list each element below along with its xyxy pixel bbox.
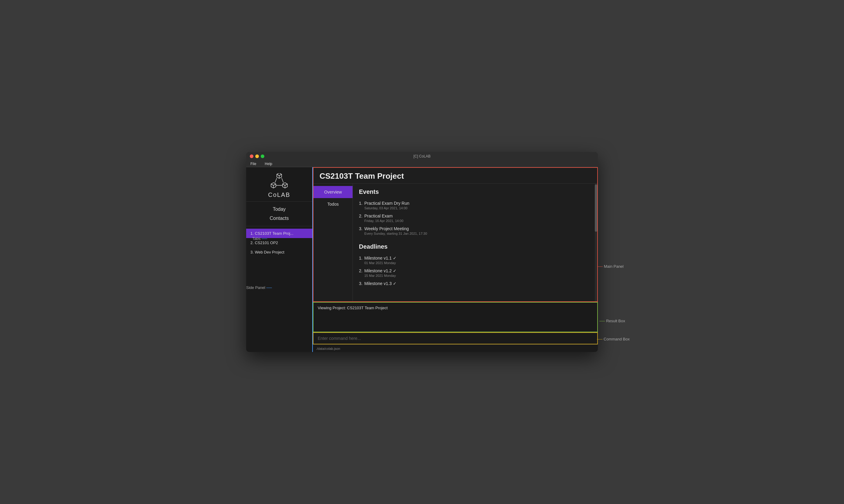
command-box[interactable] (313, 332, 598, 344)
svg-line-9 (282, 184, 285, 186)
minimize-button[interactable] (255, 155, 259, 158)
events-section: Events 1. Practical Exam Dry Run Saturda… (359, 188, 591, 237)
logo-text: CoLAB (268, 192, 290, 198)
footer-path: ./data/colab.json (316, 347, 340, 350)
window-title: [C] CoLAB (414, 154, 431, 158)
main-panel-annotation: ── Main Panel (597, 264, 624, 269)
svg-line-1 (277, 175, 279, 176)
colab-logo-icon (269, 173, 290, 192)
nav-contacts[interactable]: Contacts (246, 214, 312, 223)
deadline-date-1: 01 Mar 2021 Monday (364, 261, 397, 265)
main-content: CS2103T Team Project Overview Todos (313, 167, 598, 352)
project-label-3: Web Dev Project (255, 250, 284, 254)
sub-tabs: Overview Todos (313, 183, 353, 301)
deadlines-title: Deadlines (359, 243, 591, 250)
deadline-item-1: 1. Milestone v1.1 ✓ 01 Mar 2021 Monday (359, 254, 591, 267)
side-panel: CoLAB Today Contacts 1. CS2103T Team Pro… (246, 167, 313, 352)
svg-line-2 (279, 175, 282, 176)
maximize-button[interactable] (261, 155, 264, 158)
deadline-date-2: 15 Mar 2021 Monday (364, 274, 397, 277)
event-date-1: Saturday, 03 Apr 2021, 14:00 (364, 206, 410, 210)
event-name-1: Practical Exam Dry Run (364, 201, 410, 206)
logo-area: CoLAB (246, 167, 312, 202)
menubar: File Help (246, 161, 598, 167)
deadline-name-3: Milestone v1.3 ✓ (364, 281, 397, 286)
content-area[interactable]: Events 1. Practical Exam Dry Run Saturda… (353, 183, 597, 301)
nav-today[interactable]: Today (246, 205, 312, 214)
main-panel: CS2103T Team Project Overview Todos (313, 167, 598, 302)
command-input[interactable] (313, 333, 597, 344)
deadline-name-1: Milestone v1.1 ✓ (364, 256, 397, 260)
event-name-3: Weekly Project Meeting (364, 226, 427, 231)
tabs-annotation: Tabs ── (252, 236, 268, 241)
footer: ./data/colab.json (313, 344, 598, 352)
svg-line-13 (282, 178, 283, 183)
side-panel-annotation: Side Panel ── (246, 285, 272, 290)
bottom-panels: Viewing Project: CS2103T Team Project (313, 302, 598, 344)
app-window: [C] CoLAB File Help (246, 152, 598, 352)
scrollbar-thumb[interactable] (595, 184, 597, 232)
deadline-item-3: 3. Milestone v1.3 ✓ (359, 279, 591, 288)
project-item-3[interactable]: 3. Web Dev Project (246, 248, 312, 257)
main-panel-header: CS2103T Team Project (313, 168, 597, 183)
events-title: Events (359, 188, 591, 195)
project-num-1: 1. (251, 231, 255, 236)
tab-todos[interactable]: Todos (313, 198, 352, 210)
result-text: Viewing Project: CS2103T Team Project (318, 306, 388, 310)
command-box-annotation: ── Command Box (597, 337, 630, 341)
event-item-1: 1. Practical Exam Dry Run Saturday, 03 A… (359, 199, 591, 212)
side-nav-labels: Today Contacts (246, 202, 312, 226)
deadlines-section: Deadlines 1. Milestone v1.1 ✓ 01 Mar 202… (359, 243, 591, 288)
menu-file[interactable]: File (248, 161, 258, 167)
tab-overview[interactable]: Overview (313, 186, 352, 198)
project-title: CS2103T Team Project (320, 172, 591, 181)
svg-line-6 (273, 184, 276, 186)
event-item-3: 3. Weekly Project Meeting Every Sunday, … (359, 224, 591, 237)
close-button[interactable] (250, 155, 254, 158)
project-label-2: CS2101 OP2 (255, 240, 278, 245)
result-box: Viewing Project: CS2103T Team Project (313, 302, 598, 332)
event-date-2: Friday, 16 Apr 2021, 14:00 (364, 219, 403, 222)
deadline-item-2: 2. Milestone v1.2 ✓ 15 Mar 2021 Monday (359, 267, 591, 279)
app-body: CoLAB Today Contacts 1. CS2103T Team Pro… (246, 167, 598, 352)
main-panel-body: Overview Todos Events 1. (313, 183, 597, 301)
svg-line-5 (271, 184, 273, 186)
event-name-2: Practical Exam (364, 214, 403, 218)
project-num-3: 3. (251, 250, 255, 254)
deadline-name-2: Milestone v1.2 ✓ (364, 268, 397, 273)
project-num-2: 2. (251, 240, 255, 245)
event-date-3: Every Sunday, starting 31 Jan 2021, 17:3… (364, 232, 427, 235)
titlebar: [C] CoLAB (246, 152, 598, 161)
project-label-1: CS2103T Team Proj... (255, 231, 293, 236)
scrollbar[interactable] (595, 183, 597, 301)
menu-help[interactable]: Help (263, 161, 274, 167)
traffic-lights (250, 155, 264, 158)
result-box-annotation: ── Result Box (599, 319, 625, 323)
svg-line-12 (275, 178, 277, 183)
event-item-2: 2. Practical Exam Friday, 16 Apr 2021, 1… (359, 212, 591, 224)
svg-line-10 (285, 184, 288, 186)
